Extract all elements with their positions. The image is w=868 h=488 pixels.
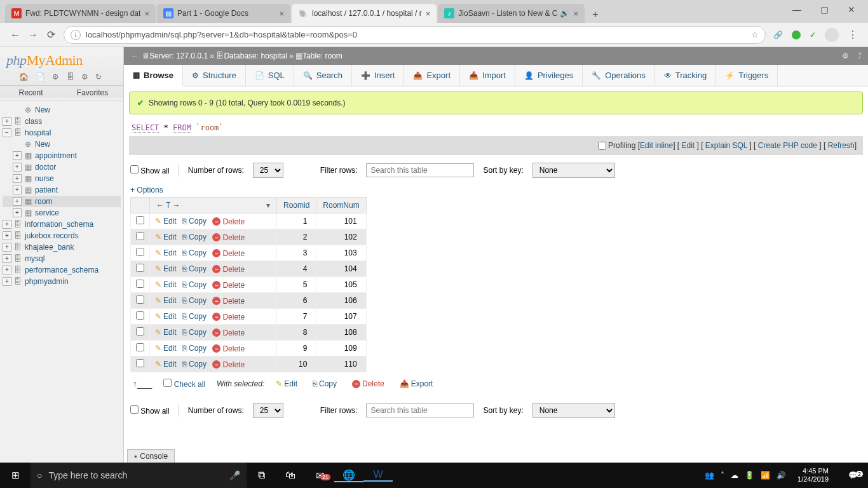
close-tab-icon[interactable]: × [140,9,149,18]
extension-check-icon[interactable]: ✓ [810,30,816,39]
browser-tab[interactable]: ▤Part 1 - Google Docs× [157,4,290,23]
window-controls: — ▢ ✕ [780,0,868,19]
close-tab-icon[interactable]: × [275,9,284,18]
chrome-menu-icon[interactable]: ⋮ [848,29,858,41]
new-tab-button[interactable]: + [586,6,605,23]
browser-tab[interactable]: MFwd: PLDTCWYNMN - design dat× [5,4,156,23]
forward-button[interactable]: → [24,29,42,41]
browser-tabstrip: MFwd: PLDTCWYNMN - design dat×▤Part 1 - … [0,0,868,23]
address-bar[interactable]: i localhost/phpmyadmin/sql.php?server=1&… [64,26,766,44]
maximize-icon[interactable]: ▢ [820,4,829,15]
site-info-icon[interactable]: i [71,30,81,40]
close-window-icon[interactable]: ✕ [848,4,855,15]
profile-avatar[interactable] [825,28,839,42]
url-text: localhost/phpmyadmin/sql.php?server=1&db… [86,30,357,39]
browser-tab[interactable]: ♪JioSaavn - Listen to New & C🔊× [438,4,585,23]
browser-tab[interactable]: 🐘localhost / 127.0.0.1 / hospital / r× [292,4,437,23]
browser-toolbar: ← → ⟳ i localhost/phpmyadmin/sql.php?ser… [0,23,868,47]
link-icon[interactable]: 🔗 [773,30,783,39]
back-button[interactable]: ← [6,29,24,41]
bookmark-icon[interactable]: ☆ [751,30,759,39]
extension-icons: 🔗 ✓ ⋮ [770,28,862,42]
reload-button[interactable]: ⟳ [42,29,60,41]
extension-green-icon[interactable] [792,30,801,39]
minimize-icon[interactable]: — [792,4,801,15]
close-tab-icon[interactable]: × [422,9,431,18]
close-tab-icon[interactable]: × [569,9,578,18]
